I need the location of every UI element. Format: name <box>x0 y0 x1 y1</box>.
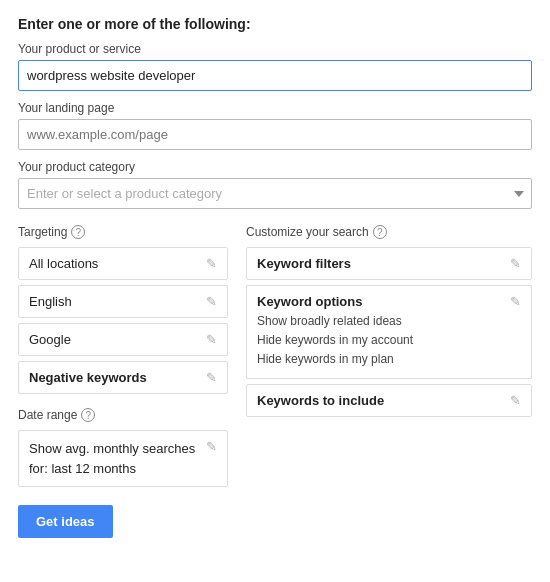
keyword-options-sub-2: Hide keywords in my account <box>257 331 521 350</box>
keyword-options-sub-3: Hide keywords in my plan <box>257 350 521 369</box>
targeting-label: Targeting <box>18 225 67 239</box>
language-edit-icon[interactable]: ✎ <box>206 294 217 309</box>
product-category-select[interactable]: Enter or select a product category <box>18 178 532 209</box>
product-category-wrapper: Enter or select a product category <box>18 178 532 209</box>
product-service-input[interactable] <box>18 60 532 91</box>
date-range-label: Date range <box>18 408 77 422</box>
date-range-text: Show avg. monthly searches for: last 12 … <box>29 439 195 478</box>
date-range-edit-icon[interactable]: ✎ <box>206 439 217 454</box>
keyword-filters-edit-icon[interactable]: ✎ <box>510 256 521 271</box>
keyword-options-title: Keyword options <box>257 294 362 309</box>
customize-help-icon[interactable]: ? <box>373 225 387 239</box>
right-column: Customize your search ? Keyword filters … <box>246 225 532 487</box>
network-edit-icon[interactable]: ✎ <box>206 332 217 347</box>
network-text: Google <box>29 332 71 347</box>
date-range-help-icon[interactable]: ? <box>81 408 95 422</box>
get-ideas-button[interactable]: Get ideas <box>18 505 113 538</box>
negative-keywords-text: Negative keywords <box>29 370 147 385</box>
locations-text: All locations <box>29 256 98 271</box>
keywords-to-include-edit-icon[interactable]: ✎ <box>510 393 521 408</box>
keywords-to-include-title: Keywords to include <box>257 393 384 408</box>
targeting-item-negative-keywords[interactable]: Negative keywords ✎ <box>18 361 228 394</box>
negative-keywords-edit-icon[interactable]: ✎ <box>206 370 217 385</box>
two-column-section: Targeting ? All locations ✎ English ✎ Go… <box>18 225 532 487</box>
date-range-section: Date range ? Show avg. monthly searches … <box>18 408 228 487</box>
product-category-label: Your product category <box>18 160 532 174</box>
keywords-to-include-header: Keywords to include ✎ <box>257 393 521 408</box>
landing-page-input[interactable] <box>18 119 532 150</box>
keyword-filters-header: Keyword filters ✎ <box>257 256 521 271</box>
targeting-section-label: Targeting ? <box>18 225 228 239</box>
page-title: Enter one or more of the following: <box>18 16 532 32</box>
targeting-item-locations[interactable]: All locations ✎ <box>18 247 228 280</box>
left-column: Targeting ? All locations ✎ English ✎ Go… <box>18 225 228 487</box>
product-service-label: Your product or service <box>18 42 532 56</box>
customize-item-keyword-options[interactable]: Keyword options ✎ Show broadly related i… <box>246 285 532 379</box>
targeting-item-network[interactable]: Google ✎ <box>18 323 228 356</box>
date-range-section-label: Date range ? <box>18 408 228 422</box>
targeting-item-language[interactable]: English ✎ <box>18 285 228 318</box>
customize-item-keywords-to-include[interactable]: Keywords to include ✎ <box>246 384 532 417</box>
landing-page-label: Your landing page <box>18 101 532 115</box>
customize-item-keyword-filters[interactable]: Keyword filters ✎ <box>246 247 532 280</box>
locations-edit-icon[interactable]: ✎ <box>206 256 217 271</box>
keyword-options-sub-1: Show broadly related ideas <box>257 312 521 331</box>
customize-section-label: Customize your search ? <box>246 225 532 239</box>
language-text: English <box>29 294 72 309</box>
keyword-options-sub: Show broadly related ideas Hide keywords… <box>257 312 521 370</box>
date-range-box[interactable]: Show avg. monthly searches for: last 12 … <box>18 430 228 487</box>
customize-label: Customize your search <box>246 225 369 239</box>
targeting-help-icon[interactable]: ? <box>71 225 85 239</box>
keyword-options-header: Keyword options ✎ <box>257 294 521 309</box>
keyword-options-edit-icon[interactable]: ✎ <box>510 294 521 309</box>
keyword-filters-title: Keyword filters <box>257 256 351 271</box>
